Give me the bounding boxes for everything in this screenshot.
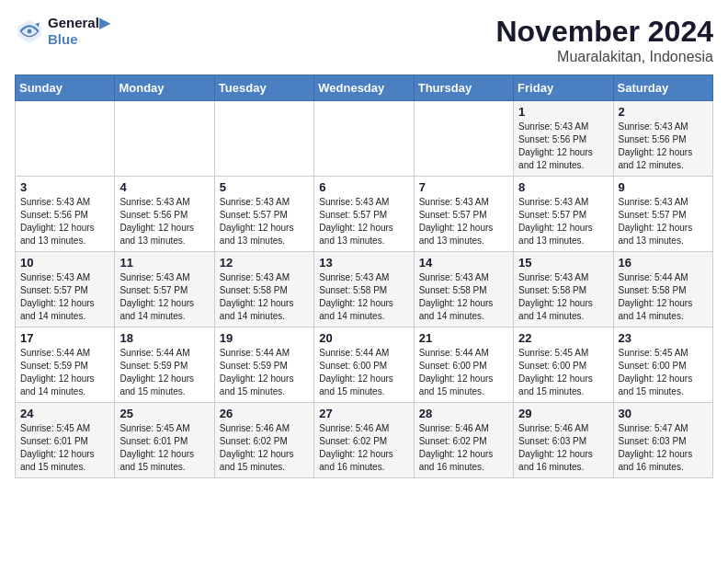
week-row: 24Sunrise: 5:45 AMSunset: 6:01 PMDayligh… xyxy=(16,403,713,478)
logo-icon xyxy=(15,17,44,46)
day-number: 12 xyxy=(220,256,309,270)
week-row: 1Sunrise: 5:43 AMSunset: 5:56 PMDaylight… xyxy=(16,101,713,177)
calendar-cell: 12Sunrise: 5:43 AMSunset: 5:58 PMDayligh… xyxy=(214,252,313,327)
weekday-header: Wednesday xyxy=(314,75,414,101)
day-info: Sunrise: 5:45 AMSunset: 6:01 PMDaylight:… xyxy=(119,422,209,474)
calendar-cell: 21Sunrise: 5:44 AMSunset: 6:00 PMDayligh… xyxy=(414,327,513,403)
weekday-header: Thursday xyxy=(414,75,513,101)
calendar-cell xyxy=(214,101,313,177)
calendar-cell: 9Sunrise: 5:43 AMSunset: 5:57 PMDaylight… xyxy=(613,177,712,252)
calendar-cell: 3Sunrise: 5:43 AMSunset: 5:56 PMDaylight… xyxy=(16,177,115,252)
logo-text: General▶ Blue xyxy=(48,15,110,47)
day-number: 4 xyxy=(119,180,209,194)
day-info: Sunrise: 5:43 AMSunset: 5:56 PMDaylight:… xyxy=(619,121,708,172)
weekday-header: Sunday xyxy=(16,75,115,101)
day-number: 10 xyxy=(20,256,109,270)
calendar-cell: 2Sunrise: 5:43 AMSunset: 5:56 PMDaylight… xyxy=(613,101,712,177)
week-row: 17Sunrise: 5:44 AMSunset: 5:59 PMDayligh… xyxy=(16,327,713,403)
day-info: Sunrise: 5:45 AMSunset: 6:00 PMDaylight:… xyxy=(619,347,708,398)
day-number: 14 xyxy=(419,256,508,270)
calendar-cell: 11Sunrise: 5:43 AMSunset: 5:57 PMDayligh… xyxy=(115,252,214,327)
weekday-header-row: SundayMondayTuesdayWednesdayThursdayFrid… xyxy=(16,75,713,101)
calendar-cell: 1Sunrise: 5:43 AMSunset: 5:56 PMDaylight… xyxy=(514,101,613,177)
day-info: Sunrise: 5:43 AMSunset: 5:57 PMDaylight:… xyxy=(119,271,209,323)
logo: General▶ Blue xyxy=(15,15,110,47)
calendar-table: SundayMondayTuesdayWednesdayThursdayFrid… xyxy=(15,75,713,478)
day-info: Sunrise: 5:43 AMSunset: 5:57 PMDaylight:… xyxy=(20,271,109,323)
location: Muaralakitan, Indonesia xyxy=(495,49,713,65)
day-info: Sunrise: 5:43 AMSunset: 5:58 PMDaylight:… xyxy=(319,271,408,323)
day-info: Sunrise: 5:44 AMSunset: 6:00 PMDaylight:… xyxy=(319,347,408,398)
day-info: Sunrise: 5:43 AMSunset: 5:57 PMDaylight:… xyxy=(419,196,508,247)
day-number: 29 xyxy=(518,407,608,420)
month-year: November 2024 xyxy=(495,15,713,49)
day-info: Sunrise: 5:43 AMSunset: 5:58 PMDaylight:… xyxy=(419,271,508,323)
calendar-cell: 14Sunrise: 5:43 AMSunset: 5:58 PMDayligh… xyxy=(414,252,513,327)
calendar-cell xyxy=(414,101,513,177)
day-number: 11 xyxy=(119,256,209,270)
day-number: 27 xyxy=(319,407,408,420)
day-number: 15 xyxy=(518,256,608,270)
weekday-header: Saturday xyxy=(613,75,712,101)
day-info: Sunrise: 5:44 AMSunset: 6:00 PMDaylight:… xyxy=(419,347,508,398)
calendar-cell: 23Sunrise: 5:45 AMSunset: 6:00 PMDayligh… xyxy=(613,327,712,403)
day-number: 2 xyxy=(619,105,708,119)
calendar-cell: 18Sunrise: 5:44 AMSunset: 5:59 PMDayligh… xyxy=(115,327,214,403)
day-info: Sunrise: 5:43 AMSunset: 5:56 PMDaylight:… xyxy=(518,121,608,172)
calendar-cell: 29Sunrise: 5:46 AMSunset: 6:03 PMDayligh… xyxy=(514,403,613,478)
day-info: Sunrise: 5:46 AMSunset: 6:02 PMDaylight:… xyxy=(419,422,508,474)
day-number: 26 xyxy=(220,407,309,420)
calendar-cell: 27Sunrise: 5:46 AMSunset: 6:02 PMDayligh… xyxy=(314,403,414,478)
weekday-header: Tuesday xyxy=(214,75,313,101)
day-info: Sunrise: 5:43 AMSunset: 5:56 PMDaylight:… xyxy=(119,196,209,247)
calendar-cell: 8Sunrise: 5:43 AMSunset: 5:57 PMDaylight… xyxy=(514,177,613,252)
calendar-cell: 17Sunrise: 5:44 AMSunset: 5:59 PMDayligh… xyxy=(16,327,115,403)
weekday-header: Friday xyxy=(514,75,613,101)
calendar-cell: 6Sunrise: 5:43 AMSunset: 5:57 PMDaylight… xyxy=(314,177,414,252)
calendar-cell xyxy=(115,101,214,177)
day-info: Sunrise: 5:47 AMSunset: 6:03 PMDaylight:… xyxy=(619,422,708,474)
week-row: 10Sunrise: 5:43 AMSunset: 5:57 PMDayligh… xyxy=(16,252,713,327)
day-number: 30 xyxy=(619,407,708,420)
day-info: Sunrise: 5:43 AMSunset: 5:58 PMDaylight:… xyxy=(220,271,309,323)
day-number: 24 xyxy=(20,407,109,420)
svg-point-1 xyxy=(28,29,32,33)
calendar-cell: 20Sunrise: 5:44 AMSunset: 6:00 PMDayligh… xyxy=(314,327,414,403)
day-info: Sunrise: 5:43 AMSunset: 5:57 PMDaylight:… xyxy=(518,196,608,247)
day-info: Sunrise: 5:45 AMSunset: 6:00 PMDaylight:… xyxy=(518,347,608,398)
day-number: 16 xyxy=(619,256,708,270)
day-number: 7 xyxy=(419,180,508,194)
day-info: Sunrise: 5:43 AMSunset: 5:56 PMDaylight:… xyxy=(20,196,109,247)
day-info: Sunrise: 5:44 AMSunset: 5:59 PMDaylight:… xyxy=(20,347,109,398)
day-number: 3 xyxy=(20,180,109,194)
day-number: 9 xyxy=(619,180,708,194)
day-number: 22 xyxy=(518,331,608,345)
day-info: Sunrise: 5:45 AMSunset: 6:01 PMDaylight:… xyxy=(20,422,109,474)
calendar-cell: 25Sunrise: 5:45 AMSunset: 6:01 PMDayligh… xyxy=(115,403,214,478)
day-number: 13 xyxy=(319,256,408,270)
day-info: Sunrise: 5:44 AMSunset: 5:59 PMDaylight:… xyxy=(220,347,309,398)
day-info: Sunrise: 5:44 AMSunset: 5:59 PMDaylight:… xyxy=(119,347,209,398)
day-number: 1 xyxy=(518,105,608,119)
day-number: 21 xyxy=(419,331,508,345)
day-info: Sunrise: 5:46 AMSunset: 6:02 PMDaylight:… xyxy=(220,422,309,474)
calendar-cell xyxy=(16,101,115,177)
day-info: Sunrise: 5:44 AMSunset: 5:58 PMDaylight:… xyxy=(619,271,708,323)
day-number: 25 xyxy=(119,407,209,420)
day-number: 28 xyxy=(419,407,508,420)
calendar-cell xyxy=(314,101,414,177)
day-number: 23 xyxy=(619,331,708,345)
day-info: Sunrise: 5:46 AMSunset: 6:03 PMDaylight:… xyxy=(518,422,608,474)
calendar-cell: 7Sunrise: 5:43 AMSunset: 5:57 PMDaylight… xyxy=(414,177,513,252)
page-header: General▶ Blue November 2024 Muaralakitan… xyxy=(15,15,713,65)
day-number: 8 xyxy=(518,180,608,194)
calendar-cell: 16Sunrise: 5:44 AMSunset: 5:58 PMDayligh… xyxy=(613,252,712,327)
title-block: November 2024 Muaralakitan, Indonesia xyxy=(495,15,713,65)
calendar-cell: 19Sunrise: 5:44 AMSunset: 5:59 PMDayligh… xyxy=(214,327,313,403)
calendar-cell: 13Sunrise: 5:43 AMSunset: 5:58 PMDayligh… xyxy=(314,252,414,327)
day-number: 20 xyxy=(319,331,408,345)
day-info: Sunrise: 5:43 AMSunset: 5:57 PMDaylight:… xyxy=(319,196,408,247)
calendar-cell: 15Sunrise: 5:43 AMSunset: 5:58 PMDayligh… xyxy=(514,252,613,327)
calendar-cell: 5Sunrise: 5:43 AMSunset: 5:57 PMDaylight… xyxy=(214,177,313,252)
day-number: 17 xyxy=(20,331,109,345)
